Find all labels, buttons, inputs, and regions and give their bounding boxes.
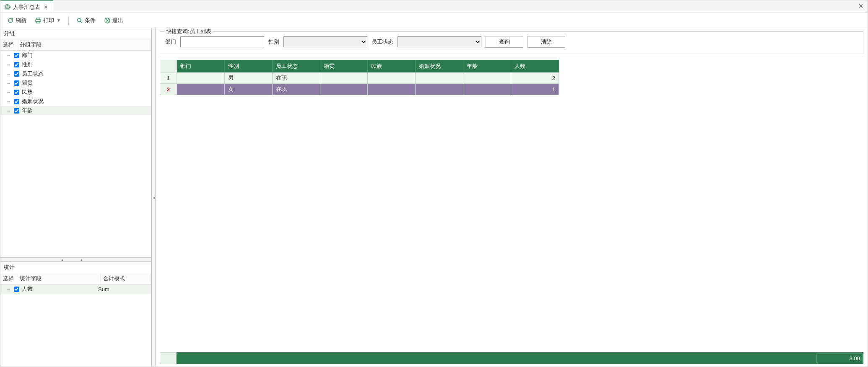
svg-point-4 xyxy=(78,18,81,22)
grid-column-header[interactable]: 年龄 xyxy=(463,60,511,72)
exit-button[interactable]: 退出 xyxy=(101,15,127,26)
globe-icon xyxy=(5,4,10,10)
status-select[interactable] xyxy=(398,36,481,47)
condition-button[interactable]: 条件 xyxy=(73,15,99,26)
group-item-checkbox[interactable] xyxy=(14,53,19,58)
group-header-row: 选择 分组字段 xyxy=(0,39,151,51)
grid-column-header[interactable]: 婚姻状况 xyxy=(416,60,463,72)
grid-column-header[interactable]: 性别 xyxy=(224,60,272,72)
group-col-select: 选择 xyxy=(0,39,17,50)
group-panel-title: 分组 xyxy=(0,28,151,39)
grid-column-header[interactable]: 部门 xyxy=(177,60,224,72)
condition-label: 条件 xyxy=(85,17,96,24)
chevron-down-icon: ▼ xyxy=(57,18,61,23)
stats-list: ⋯人数Sum xyxy=(0,284,151,367)
stats-item-mode: Sum xyxy=(98,286,148,292)
group-item[interactable]: ⋯年龄 xyxy=(0,106,151,115)
group-item-label: 民族 xyxy=(22,88,148,96)
stats-item[interactable]: ⋯人数Sum xyxy=(0,284,151,294)
grid-header-row: 部门性别员工状态籍贯民族婚姻状况年龄人数 xyxy=(160,60,559,72)
group-col-field: 分组字段 xyxy=(17,39,151,50)
group-item-checkbox[interactable] xyxy=(14,90,19,95)
dept-input[interactable] xyxy=(180,36,264,47)
refresh-label: 刷新 xyxy=(16,17,26,24)
group-item-checkbox[interactable] xyxy=(14,80,19,86)
tree-connector-icon: ⋯ xyxy=(3,62,14,68)
main-area: 分组 选择 分组字段 ⋯部门⋯性别⋯员工状态⋯籍贯⋯民族⋯婚姻状况⋯年龄 ▲ ▲… xyxy=(0,28,868,367)
stats-col-mode: 合计模式 xyxy=(101,273,151,284)
stats-panel: 统计 选择 统计字段 合计模式 ⋯人数Sum xyxy=(0,262,151,367)
table-row[interactable]: 2女在职1 xyxy=(160,84,559,95)
group-item-label: 婚姻状况 xyxy=(22,98,148,105)
gender-label: 性别 xyxy=(268,38,279,46)
grid-column-header[interactable]: 员工状态 xyxy=(272,60,320,72)
horizontal-splitter[interactable]: ▲ ▲ xyxy=(0,258,151,262)
app-window: 人事汇总表 ✕ ✕ 刷新 打印 ▼ 条件 xyxy=(0,0,868,367)
tab-close-icon[interactable]: ✕ xyxy=(43,4,49,10)
tree-connector-icon: ⋯ xyxy=(3,108,14,114)
tree-connector-icon: ⋯ xyxy=(3,80,14,86)
row-number: 2 xyxy=(160,84,177,95)
query-legend: 快捷查询:员工列表 xyxy=(164,28,213,35)
table-cell xyxy=(368,84,416,95)
group-item-label: 性别 xyxy=(22,61,148,68)
print-label: 打印 xyxy=(43,17,54,24)
grid-footer-bar: 3.00 xyxy=(177,352,863,364)
table-cell xyxy=(177,84,224,95)
tree-connector-icon: ⋯ xyxy=(3,286,14,292)
table-cell xyxy=(416,84,463,95)
close-circle-icon xyxy=(104,17,111,24)
stats-item-checkbox[interactable] xyxy=(14,287,19,292)
group-item-checkbox[interactable] xyxy=(14,62,19,67)
tree-connector-icon: ⋯ xyxy=(3,98,14,105)
query-fieldset: 快捷查询:员工列表 部门 性别 员工状态 查询 清除 xyxy=(160,31,863,54)
group-item[interactable]: ⋯婚姻状况 xyxy=(0,97,151,106)
search-button[interactable]: 查询 xyxy=(486,36,523,48)
stats-header-row: 选择 统计字段 合计模式 xyxy=(0,273,151,284)
vertical-splitter[interactable]: ◂ xyxy=(151,28,156,367)
grid-footer-rownum xyxy=(160,352,177,364)
status-label: 员工状态 xyxy=(372,38,393,46)
grid-column-header[interactable]: 人数 xyxy=(511,60,559,72)
group-item[interactable]: ⋯民族 xyxy=(0,88,151,97)
refresh-button[interactable]: 刷新 xyxy=(4,15,30,26)
table-cell xyxy=(320,84,368,95)
data-grid: 部门性别员工状态籍贯民族婚姻状况年龄人数 1男在职22女在职1 xyxy=(160,60,559,95)
group-item-checkbox[interactable] xyxy=(14,99,19,104)
group-item[interactable]: ⋯性别 xyxy=(0,60,151,69)
tree-connector-icon: ⋯ xyxy=(3,52,14,59)
clear-button[interactable]: 清除 xyxy=(528,36,565,48)
group-item[interactable]: ⋯员工状态 xyxy=(0,69,151,78)
table-cell: 在职 xyxy=(272,72,320,84)
tree-connector-icon: ⋯ xyxy=(3,71,14,77)
stats-col-select: 选择 xyxy=(0,273,17,284)
table-cell: 女 xyxy=(224,84,272,95)
grid-total-value: 3.00 xyxy=(816,354,863,363)
grid-column-header[interactable]: 民族 xyxy=(368,60,416,72)
toolbar: 刷新 打印 ▼ 条件 退出 xyxy=(0,13,868,28)
row-number: 1 xyxy=(160,72,177,84)
group-list: ⋯部门⋯性别⋯员工状态⋯籍贯⋯民族⋯婚姻状况⋯年龄 xyxy=(0,51,151,257)
table-cell xyxy=(320,72,368,84)
query-row: 部门 性别 员工状态 查询 清除 xyxy=(165,36,858,48)
gender-select[interactable] xyxy=(283,36,367,47)
print-button[interactable]: 打印 ▼ xyxy=(31,15,64,26)
grid-column-header[interactable]: 籍贯 xyxy=(320,60,368,72)
tree-connector-icon: ⋯ xyxy=(3,89,14,96)
tab-bar: 人事汇总表 ✕ ✕ xyxy=(0,0,868,13)
group-item[interactable]: ⋯籍贯 xyxy=(0,78,151,88)
tab-personnel-summary[interactable]: 人事汇总表 ✕ xyxy=(0,0,53,13)
tabbar-close-icon[interactable]: ✕ xyxy=(856,2,865,10)
stats-col-field: 统计字段 xyxy=(17,273,101,284)
table-cell: 1 xyxy=(511,84,559,95)
group-item-checkbox[interactable] xyxy=(14,108,19,114)
data-grid-wrap: 部门性别员工状态籍贯民族婚姻状况年龄人数 1男在职22女在职1 xyxy=(160,60,863,367)
table-cell: 2 xyxy=(511,72,559,84)
tab-label: 人事汇总表 xyxy=(13,3,40,11)
group-item-label: 员工状态 xyxy=(22,70,148,78)
group-item[interactable]: ⋯部门 xyxy=(0,51,151,60)
group-item-checkbox[interactable] xyxy=(14,71,19,77)
table-row[interactable]: 1男在职2 xyxy=(160,72,559,84)
print-icon xyxy=(35,17,42,24)
group-item-label: 部门 xyxy=(22,52,148,59)
